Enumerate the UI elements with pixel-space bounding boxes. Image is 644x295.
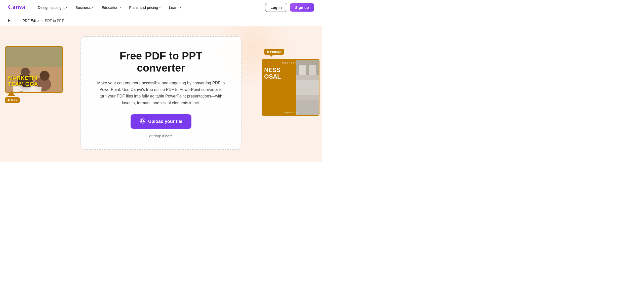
canva-logo[interactable]: Canva	[8, 4, 26, 12]
breadcrumb-home[interactable]: Home	[8, 19, 17, 23]
svg-rect-2	[6, 47, 62, 67]
chevron-down-icon: ▾	[92, 6, 94, 9]
nav-item-business[interactable]: Business ▾	[71, 0, 98, 15]
chevron-down-icon: ▾	[180, 6, 181, 9]
converter-card: Free PDF to PPT converter Make your cont…	[80, 36, 242, 150]
upload-button[interactable]: Upload your file	[131, 114, 191, 129]
nav-item-education[interactable]: Education ▾	[98, 0, 125, 15]
svg-text:Canva: Canva	[8, 4, 25, 10]
svg-marker-10	[8, 91, 15, 96]
breadcrumb-current: PDF to PPT	[45, 19, 64, 23]
chevron-down-icon: ▾	[66, 6, 67, 9]
svg-rect-17	[309, 65, 316, 75]
nav-items: Design spotlight ▾ Business ▾ Education …	[34, 0, 265, 15]
breadcrumb-pdf-editor[interactable]: PDF Editor	[23, 19, 40, 23]
chevron-down-icon: ▾	[159, 6, 161, 9]
upload-button-label: Upload your file	[148, 119, 182, 124]
pointer-arrow-right-icon	[269, 55, 273, 57]
svg-rect-14	[296, 80, 319, 95]
hero-section: MARKETIN TEAM GOA Max Free PDF to PPT co…	[0, 26, 322, 162]
avatar-dot-right	[267, 51, 269, 53]
chevron-down-icon: ▾	[119, 6, 121, 9]
preview-text-overlay: MARKETIN TEAM GOA	[8, 75, 38, 87]
nav-item-design-spotlight[interactable]: Design spotlight ▾	[34, 0, 71, 15]
converter-description: Make your content more accessible and en…	[96, 80, 226, 107]
signup-button[interactable]: Sign up	[290, 3, 314, 12]
svg-rect-9	[23, 87, 31, 92]
preview-right-card: Phillipa PROPOSAL NESS OSAL	[262, 49, 319, 116]
avatar-dot	[8, 99, 10, 101]
svg-point-6	[40, 71, 50, 81]
drop-text: or drop it here	[96, 134, 226, 138]
breadcrumb-sep-2: ›	[42, 19, 43, 23]
svg-rect-16	[299, 65, 306, 75]
avatar-tag-phillipa: Phillipa	[264, 49, 284, 55]
preview-card-inner: MARKETIN TEAM GOA	[6, 47, 62, 92]
navbar: Canva Design spotlight ▾ Business ▾ Educ…	[0, 0, 322, 15]
login-button[interactable]: Log in	[265, 3, 287, 12]
converter-title: Free PDF to PPT converter	[96, 50, 226, 74]
avatar-tag-max: Max	[5, 97, 20, 103]
preview-left-card: MARKETIN TEAM GOA Max	[5, 46, 63, 103]
preview-card-image: MARKETIN TEAM GOA	[5, 46, 63, 93]
nav-item-plans-pricing[interactable]: Plans and pricing ▾	[125, 0, 165, 15]
proposal-card: PROPOSAL NESS OSAL	[262, 59, 319, 116]
breadcrumb-sep-1: ›	[19, 19, 20, 23]
proposal-title: NESS OSAL	[264, 67, 281, 80]
proposal-inner: PROPOSAL NESS OSAL	[262, 60, 319, 115]
nav-actions: Log in Sign up	[265, 3, 314, 12]
upload-icon	[140, 118, 146, 125]
proposal-footer: Page 01 of 17	[262, 112, 319, 114]
pointer-arrow-icon	[8, 91, 15, 96]
proposal-image	[296, 60, 319, 115]
nav-item-learn[interactable]: Learn ▾	[165, 0, 185, 15]
breadcrumb: Home › PDF Editor › PDF to PPT	[0, 15, 322, 26]
